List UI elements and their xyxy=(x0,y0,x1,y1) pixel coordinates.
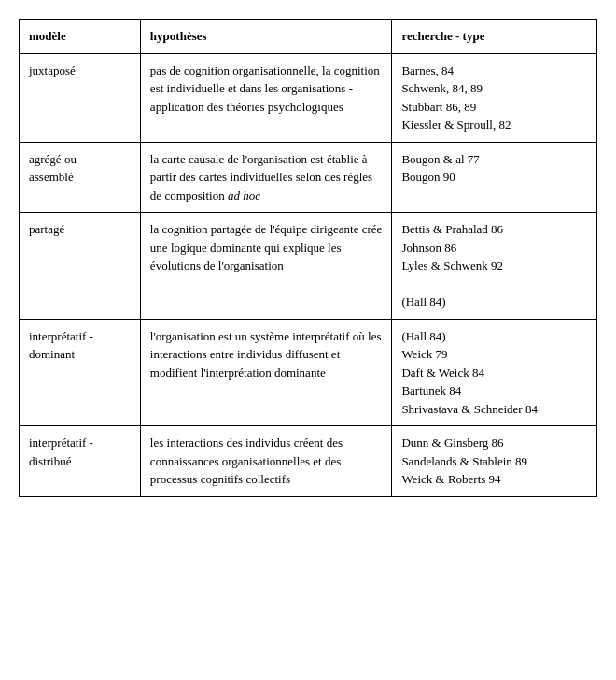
recherche-cell: (Hall 84) Weick 79 Daft & Weick 84 Bartu… xyxy=(392,319,597,426)
recherche-cell: Bougon & al 77 Bougon 90 xyxy=(392,142,597,213)
hypotheses-cell: l'organisation est un système interpréta… xyxy=(140,319,392,426)
recherche-cell: Bettis & Prahalad 86 Johnson 86 Lyles & … xyxy=(392,213,597,320)
header-hypotheses: hypothèses xyxy=(140,20,392,54)
header-recherche: recherche - type xyxy=(392,20,597,54)
header-row: modèle hypothèses recherche - type xyxy=(20,20,597,54)
hypotheses-cell: pas de cognition organisationnelle, la c… xyxy=(140,53,392,142)
modele-cell: interprétatif -dominant xyxy=(20,319,141,426)
table-row: partagé la cognition partagée de l'équip… xyxy=(20,213,597,320)
table-row: agrégé ouassemblé la carte causale de l'… xyxy=(20,142,597,213)
recherche-cell: Barnes, 84 Schwenk, 84, 89 Stubbart 86, … xyxy=(392,53,597,142)
modele-cell: interprétatif -distribué xyxy=(20,426,141,497)
modele-cell: juxtaposé xyxy=(20,53,141,142)
header-modele: modèle xyxy=(20,20,141,54)
main-table-container: modèle hypothèses recherche - type juxta… xyxy=(19,19,597,497)
recherche-cell: Dunn & Ginsberg 86 Sandelands & Stablein… xyxy=(392,426,597,497)
cognition-table: modèle hypothèses recherche - type juxta… xyxy=(19,19,597,497)
modele-cell: agrégé ouassemblé xyxy=(20,142,141,213)
table-row: juxtaposé pas de cognition organisationn… xyxy=(20,53,597,142)
hypotheses-cell: la cognition partagée de l'équipe dirige… xyxy=(140,213,392,320)
hypotheses-cell: la carte causale de l'organisation est é… xyxy=(140,142,392,213)
italic-text: ad hoc xyxy=(228,188,260,202)
table-row: interprétatif -dominant l'organisation e… xyxy=(20,319,597,426)
hypotheses-cell: les interactions des individus créent de… xyxy=(140,426,392,497)
modele-cell: partagé xyxy=(20,213,141,320)
table-row: interprétatif -distribué les interaction… xyxy=(20,426,597,497)
